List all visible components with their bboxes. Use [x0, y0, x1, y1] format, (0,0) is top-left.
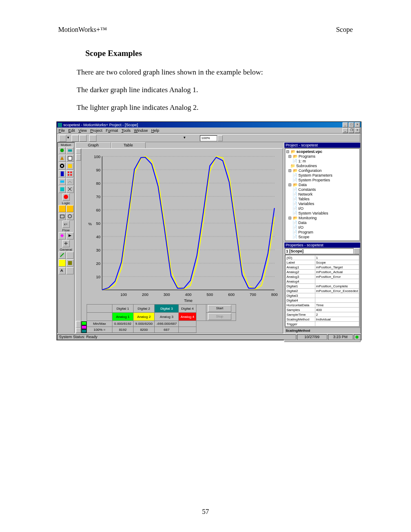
menu-help[interactable]: Help — [151, 128, 159, 133]
menu-file[interactable]: File — [59, 128, 65, 133]
svg-point-11 — [70, 174, 72, 176]
palette-button[interactable] — [59, 232, 66, 240]
property-grid[interactable]: (ID)1LabelScopeAnalog1mPosition_TargetAn… — [285, 255, 360, 327]
palette-button[interactable] — [66, 147, 74, 154]
palette-button[interactable] — [59, 170, 66, 177]
prop-name: ScalingMethod — [286, 317, 315, 322]
prop-value[interactable]: mPosition_Actual — [315, 270, 359, 274]
tool-button[interactable] — [175, 135, 183, 142]
menu-window[interactable]: Window — [134, 128, 148, 133]
close-button[interactable]: × — [355, 122, 360, 128]
palette-button[interactable] — [59, 252, 66, 259]
legend-colors — [81, 321, 87, 333]
dropdown-button[interactable] — [354, 248, 360, 254]
scroll-down-button[interactable] — [76, 328, 81, 333]
open-button[interactable] — [72, 135, 79, 142]
undo-button[interactable] — [125, 135, 132, 142]
prop-value[interactable]: mPosition_Complete — [315, 284, 359, 289]
menu-tools[interactable]: Tools — [121, 128, 131, 133]
tool-button[interactable] — [168, 135, 175, 142]
prop-value[interactable]: Individual — [315, 317, 359, 322]
stop-button[interactable]: Stop — [208, 313, 231, 320]
mdi-restore-button[interactable]: ❐ — [349, 128, 354, 133]
minimize-button[interactable]: _ — [342, 122, 348, 128]
property-selector[interactable]: 1 [Scope] — [285, 248, 354, 254]
toolbar-dropdown-icon[interactable]: ▾ — [67, 135, 71, 142]
zoom-dropdown[interactable] — [218, 135, 223, 141]
palette-button[interactable] — [59, 205, 66, 212]
scroll-thumb[interactable] — [76, 321, 81, 328]
zoom-field[interactable]: 100% — [200, 135, 217, 141]
palette-button[interactable] — [66, 267, 74, 274]
palette-button[interactable] — [62, 240, 70, 247]
tool-button[interactable] — [190, 135, 197, 142]
vertical-scrollbar[interactable] — [76, 149, 81, 333]
menu-bar: File Edit View Project Format Tools Wind… — [57, 128, 361, 134]
prop-value[interactable]: mPosition_Error_Exceeded — [315, 289, 359, 293]
new-button[interactable] — [59, 135, 66, 142]
palette-button[interactable] — [66, 205, 74, 212]
palette-button[interactable] — [59, 155, 66, 162]
prop-value[interactable]: Time — [315, 303, 359, 308]
palette-button[interactable]: x= — [62, 221, 70, 228]
mdi-close-button[interactable]: × — [355, 128, 360, 133]
palette-button[interactable] — [66, 213, 74, 220]
print-button[interactable] — [89, 135, 97, 142]
palette-button[interactable] — [59, 162, 66, 170]
prop-value[interactable]: 2 — [315, 312, 359, 317]
scroll-up-button[interactable] — [76, 149, 81, 154]
prop-name: Trigger — [286, 322, 315, 327]
palette-button[interactable]: A — [59, 267, 66, 274]
palette-button[interactable] — [66, 259, 74, 267]
svg-text:800: 800 — [271, 292, 277, 297]
palette-button[interactable] — [66, 186, 74, 193]
menu-edit[interactable]: Edit — [68, 128, 75, 133]
palette-button[interactable] — [59, 178, 66, 185]
prop-value[interactable] — [315, 293, 359, 298]
tool-button[interactable] — [150, 135, 157, 142]
paste-button[interactable] — [115, 135, 122, 142]
prop-value[interactable]: 1 — [315, 255, 359, 260]
menu-project[interactable]: Project — [90, 128, 102, 133]
prop-value[interactable]: 400 — [315, 308, 359, 312]
palette-button[interactable] — [66, 155, 74, 162]
start-button[interactable]: Start — [208, 305, 231, 312]
mdi-minimize-button[interactable]: _ — [342, 128, 348, 133]
maximize-button[interactable]: □ — [349, 122, 354, 128]
palette-button[interactable] — [66, 162, 74, 170]
menu-view[interactable]: View — [78, 128, 87, 133]
prop-value[interactable] — [315, 279, 359, 284]
tool-button[interactable] — [142, 135, 149, 142]
save-button[interactable] — [79, 135, 87, 142]
svg-text:10: 10 — [96, 275, 100, 279]
toolbar-dropdown-icon[interactable]: ▾ — [183, 135, 187, 142]
prop-name: Analog4 — [286, 279, 315, 284]
palette-button[interactable] — [59, 147, 66, 154]
status-date: 10/27/99 — [297, 334, 327, 340]
cut-button[interactable] — [99, 135, 106, 142]
palette-button[interactable] — [66, 178, 74, 185]
palette-button[interactable] — [62, 193, 70, 201]
palette-button[interactable] — [66, 252, 74, 259]
palette-button[interactable] — [59, 213, 66, 220]
analog-label: Analog 3 — [155, 313, 179, 321]
tab-graph[interactable]: Graph — [75, 142, 111, 148]
prop-value[interactable]: mPosition_Target — [315, 265, 359, 270]
prop-value[interactable]: mPosition_Error — [315, 274, 359, 279]
palette-button[interactable] — [59, 259, 66, 267]
palette-button[interactable] — [66, 232, 74, 240]
menu-format[interactable]: Format — [106, 128, 118, 133]
prop-value[interactable]: Scope — [315, 260, 359, 265]
svg-point-0 — [60, 149, 64, 152]
tool-button[interactable] — [160, 135, 167, 142]
prop-value[interactable] — [315, 298, 359, 303]
scroll-thumb[interactable] — [76, 154, 81, 161]
redo-button[interactable] — [132, 135, 140, 142]
tab-table[interactable]: Table — [111, 142, 146, 148]
copy-button[interactable] — [107, 135, 114, 142]
palette-button[interactable] — [59, 186, 66, 193]
palette-button[interactable] — [66, 170, 74, 177]
prop-value[interactable] — [315, 322, 359, 327]
svg-text:%: % — [88, 222, 92, 226]
project-tree[interactable]: ⊟ 📂 scopetest.vpc ⊟ 📂 Programs 📄 1: m 📁 … — [285, 148, 360, 241]
